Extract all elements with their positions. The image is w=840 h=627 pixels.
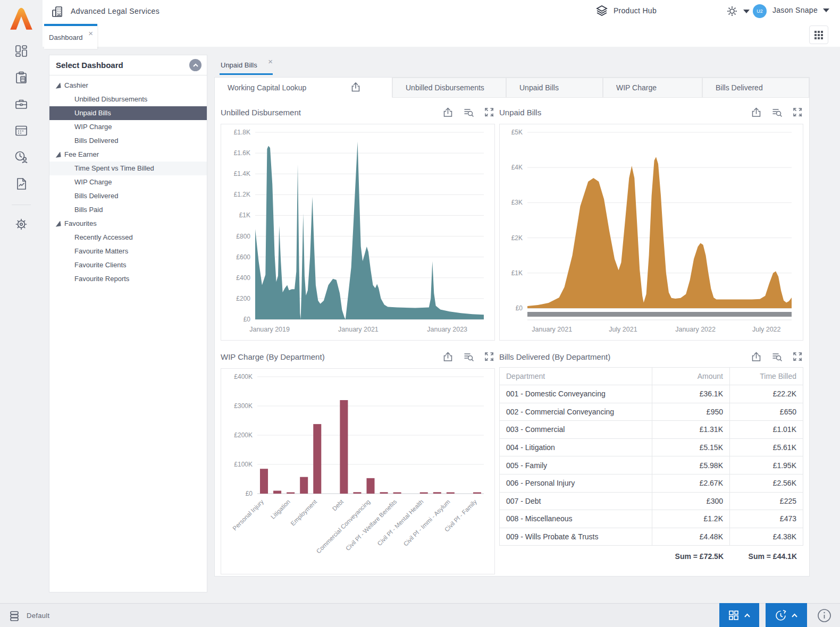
svg-text:£1.8K: £1.8K bbox=[234, 129, 250, 136]
fullscreen-icon[interactable] bbox=[792, 107, 803, 118]
building-icon bbox=[51, 5, 64, 19]
close-icon[interactable]: × bbox=[88, 29, 93, 37]
table-row-amount: £950 bbox=[652, 403, 730, 421]
fullscreen-icon[interactable] bbox=[792, 351, 803, 362]
app-title: Advanced Legal Services bbox=[71, 7, 159, 15]
svg-text:January 2023: January 2023 bbox=[427, 326, 467, 333]
tree-item-bills-delivered[interactable]: Bills Delivered bbox=[49, 189, 207, 203]
svg-text:January 2022: January 2022 bbox=[675, 326, 716, 333]
rail-divider bbox=[12, 205, 31, 205]
theme-switcher[interactable] bbox=[726, 5, 750, 17]
table-row-amount: £300 bbox=[652, 493, 730, 511]
dashboard-icon[interactable] bbox=[14, 44, 28, 58]
tree-group-cashier[interactable]: Cashier bbox=[49, 79, 207, 92]
panel-title-bills-delivered: Bills Delivered (By Department) bbox=[499, 352, 610, 361]
tree-item-time-spent-vs-time-billed[interactable]: Time Spent vs Time Billed bbox=[49, 162, 207, 175]
caret-down-icon bbox=[743, 10, 750, 13]
close-icon[interactable]: × bbox=[268, 57, 273, 65]
briefcase-icon[interactable] bbox=[14, 97, 28, 111]
expand-triangle-icon bbox=[55, 221, 61, 227]
calendar-icon[interactable] bbox=[14, 124, 28, 138]
tree-item-unpaid-bills[interactable]: Unpaid Bills bbox=[49, 106, 207, 120]
tree-item-favourite-clients[interactable]: Favourite Clients bbox=[49, 258, 207, 272]
dashboard-tree: CashierUnbilled DisbursementsUnpaid Bill… bbox=[49, 75, 207, 286]
fullscreen-icon[interactable] bbox=[484, 351, 495, 362]
chart-range-scrollbar[interactable] bbox=[527, 312, 792, 317]
matters-clipboard-icon[interactable] bbox=[14, 71, 28, 84]
filter-search-icon[interactable] bbox=[463, 351, 474, 362]
table-row-amount: £1.2K bbox=[652, 510, 730, 528]
share-icon[interactable] bbox=[442, 351, 453, 362]
tree-item-recently-accessed[interactable]: Recently Accessed bbox=[49, 231, 207, 244]
user-avatar[interactable]: U2 bbox=[753, 4, 767, 18]
time-recording-icon[interactable] bbox=[14, 150, 28, 164]
dashboard-tab-unbilled-disbursements[interactable]: Unbilled Disbursements bbox=[392, 78, 506, 98]
unbilled-disbursement-chart: £1.8K£1.6K£1.4K£1.2K£1K£800£600£400£200£… bbox=[221, 124, 495, 341]
share-icon[interactable] bbox=[751, 107, 762, 118]
svg-text:January 2021: January 2021 bbox=[338, 326, 379, 333]
apps-grid-button[interactable] bbox=[809, 26, 828, 44]
share-icon[interactable] bbox=[751, 351, 762, 362]
widgets-menu-button[interactable] bbox=[719, 603, 759, 627]
page-tab-unpaid-bills[interactable]: Unpaid Bills × bbox=[220, 55, 273, 75]
app-root: Advanced Legal Services Product Hub U2 J… bbox=[0, 0, 840, 627]
app-logo-icon[interactable] bbox=[7, 5, 35, 32]
unpaid-bills-chart: £5K£4K£3K£2K£1K£0January 2021July 2021Ja… bbox=[499, 124, 803, 341]
svg-text:£400K: £400K bbox=[234, 373, 253, 380]
history-menu-button[interactable] bbox=[766, 603, 807, 627]
dashboard-tab-bills-delivered[interactable]: Bills Delivered bbox=[702, 78, 809, 98]
user-menu[interactable]: Jason Snape bbox=[772, 6, 829, 14]
svg-text:Civil Pf - Welfare Benefits: Civil Pf - Welfare Benefits bbox=[345, 498, 398, 552]
collapse-panel-button[interactable] bbox=[189, 59, 201, 71]
table-footer-sum: Sum = £72.5K bbox=[652, 546, 730, 567]
info-button[interactable] bbox=[817, 608, 831, 623]
dashboard-tab-unpaid-bills[interactable]: Unpaid Bills bbox=[506, 78, 603, 98]
table-row-amount: £2.67K bbox=[652, 475, 730, 493]
database-icon bbox=[9, 610, 20, 622]
table-row-time-billed: £5.61K bbox=[730, 439, 803, 457]
svg-text:£2K: £2K bbox=[511, 234, 523, 242]
tree-group-favourites[interactable]: Favourites bbox=[49, 217, 207, 231]
product-hub-button[interactable]: Product Hub bbox=[595, 4, 657, 17]
table-header-amount: Amount bbox=[652, 367, 730, 385]
dashboard-tab-working-capital-lookup[interactable]: Working Capital Lookup bbox=[215, 78, 392, 98]
tree-item-bills-paid[interactable]: Bills Paid bbox=[49, 203, 207, 217]
filter-search-icon[interactable] bbox=[463, 107, 474, 118]
reports-icon[interactable] bbox=[14, 177, 28, 191]
tree-item-favourite-matters[interactable]: Favourite Matters bbox=[49, 244, 207, 258]
panel-toolbar bbox=[751, 351, 803, 362]
widgets-icon bbox=[728, 609, 740, 621]
tree-item-wip-charge[interactable]: WIP Charge bbox=[49, 175, 207, 189]
status-bar: Default bbox=[0, 603, 840, 627]
svg-text:£3K: £3K bbox=[511, 199, 523, 206]
svg-text:£200K: £200K bbox=[234, 431, 253, 439]
active-tab-underline bbox=[220, 73, 273, 75]
expand-triangle-icon bbox=[55, 152, 61, 158]
wip-charge-chart: £400K£300K£200K£100K£0Personal InjuryLit… bbox=[221, 368, 495, 574]
svg-text:January 2021: January 2021 bbox=[532, 326, 572, 333]
chevron-up-icon bbox=[744, 613, 751, 618]
share-icon[interactable] bbox=[442, 107, 453, 118]
tree-item-wip-charge[interactable]: WIP Charge bbox=[49, 120, 207, 134]
fullscreen-icon[interactable] bbox=[484, 107, 495, 118]
environment-label: Default bbox=[27, 612, 49, 620]
chevron-up-icon bbox=[192, 62, 199, 69]
filter-search-icon[interactable] bbox=[771, 107, 783, 118]
svg-text:£100K: £100K bbox=[234, 461, 253, 468]
table-row-department: 007 - Debt bbox=[499, 493, 652, 511]
dashboard-tab-wip-charge[interactable]: WIP Charge bbox=[603, 78, 702, 98]
svg-text:£400: £400 bbox=[236, 274, 250, 282]
svg-text:£300K: £300K bbox=[234, 402, 253, 410]
tree-item-unbilled-disbursements[interactable]: Unbilled Disbursements bbox=[49, 92, 207, 106]
tree-item-bills-delivered[interactable]: Bills Delivered bbox=[49, 134, 207, 148]
tree-group-fee-earner[interactable]: Fee Earner bbox=[49, 148, 207, 162]
filter-search-icon[interactable] bbox=[771, 351, 783, 362]
share-icon[interactable] bbox=[350, 82, 361, 92]
table-row-amount: £4.48K bbox=[652, 528, 730, 546]
svg-text:£1K: £1K bbox=[239, 211, 250, 219]
svg-text:£1.4K: £1.4K bbox=[234, 170, 250, 177]
settings-gear-icon[interactable] bbox=[14, 217, 28, 231]
window-tab-dashboard[interactable]: Dashboard × bbox=[44, 24, 97, 49]
tree-item-favourite-reports[interactable]: Favourite Reports bbox=[49, 272, 207, 286]
table-row-time-billed: £225 bbox=[730, 493, 803, 511]
